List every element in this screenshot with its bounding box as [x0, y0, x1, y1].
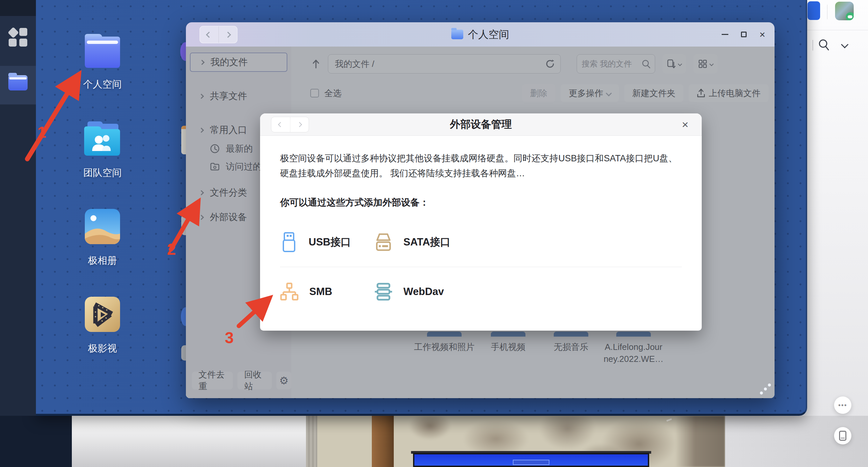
device-option-usb[interactable]: USB接口 [280, 232, 374, 252]
desktop-wallpaper-photo [0, 416, 868, 467]
device-option-smb[interactable]: SMB [280, 282, 374, 301]
desktop-icon-label: 团队空间 [66, 166, 139, 180]
photo-tv [413, 453, 649, 467]
chevron-left-icon [206, 32, 212, 38]
avatar[interactable] [835, 2, 854, 20]
device-label: SATA接口 [403, 235, 451, 249]
back-button[interactable] [200, 26, 218, 43]
forward-button[interactable] [290, 117, 309, 132]
window-title: 个人空间 [468, 28, 509, 41]
ellipsis-icon: ••• [838, 402, 847, 409]
search-icon[interactable] [818, 39, 830, 52]
device-option-webdav[interactable]: WebDav [374, 282, 468, 301]
phone-icon [839, 431, 846, 441]
dialog-description: 极空间设备可以通过多种协议把其他设备挂载成网络硬盘。同时还支持USB接口和SAT… [280, 151, 684, 181]
divider [805, 30, 868, 30]
desktop-icon-label: 极影视 [66, 342, 139, 355]
photo-grey-left [72, 416, 306, 467]
dialog-prompt: 你可以通过这些方式添加外部设备： [280, 196, 682, 209]
back-button[interactable] [271, 117, 290, 132]
window-titlebar[interactable]: 个人空间 × [186, 22, 775, 46]
sidebar-top [0, 0, 36, 16]
device-label: WebDav [403, 286, 444, 298]
desktop-icon-team-space[interactable]: 团队空间 [66, 119, 139, 180]
desktop-icon-label: 极相册 [66, 254, 139, 268]
left-sidebar [0, 0, 36, 416]
device-option-sata[interactable]: SATA接口 [374, 232, 468, 252]
forward-button[interactable] [218, 26, 238, 43]
close-button[interactable]: × [759, 30, 765, 39]
divider [280, 267, 682, 267]
screen: 个人空间 团队空间 [0, 0, 868, 467]
photo-tv-screen [414, 454, 648, 466]
device-options: USB接口 SATA接口 [280, 226, 682, 308]
background-blue-button[interactable] [807, 1, 820, 20]
webdav-icon [374, 282, 393, 301]
photo-room [306, 416, 725, 467]
window-title-folder-icon [451, 30, 463, 39]
chevron-down-icon[interactable] [841, 41, 849, 49]
wechat-badge-icon [846, 12, 854, 20]
sata-icon [374, 232, 393, 252]
photo-tv-dialog [513, 460, 549, 465]
photo-wood-pillar [372, 416, 394, 467]
desktop-icon-personal-space[interactable]: 个人空间 [66, 31, 139, 91]
photos-app-icon [82, 207, 123, 246]
window-resize-handle[interactable] [759, 383, 773, 396]
folder-icon [82, 31, 123, 70]
desktop-icon-label: 个人空间 [66, 78, 139, 91]
chevron-left-icon [278, 122, 283, 127]
more-options-fab[interactable]: ••• [834, 397, 851, 414]
window-nav-pill [199, 26, 238, 43]
dialog-nav-pill [271, 117, 309, 132]
usb-icon [280, 232, 298, 252]
chevron-right-icon [225, 32, 231, 38]
chevron-right-icon [297, 122, 302, 127]
mobile-device-fab[interactable] [834, 427, 851, 444]
device-label: USB接口 [309, 235, 351, 249]
background-window [805, 0, 868, 467]
maximize-button[interactable] [741, 32, 747, 37]
app-grid-icon[interactable] [9, 28, 27, 46]
movies-app-icon [82, 295, 123, 334]
photo-curtain [306, 416, 317, 467]
dialog-header: 外部设备管理 × [260, 114, 702, 136]
file-manager-icon[interactable] [8, 75, 28, 91]
external-device-dialog: 外部设备管理 × 极空间设备可以通过多种协议把其他设备挂载成网络硬盘。同时还支持… [260, 114, 702, 331]
photo-rock [675, 416, 725, 467]
minimize-button[interactable] [722, 34, 728, 35]
device-label: SMB [309, 286, 332, 298]
desktop-icon-movies[interactable]: 极影视 [66, 295, 139, 355]
divider [827, 5, 828, 19]
dialog-title: 外部设备管理 [450, 117, 512, 131]
team-folder-icon [82, 119, 123, 158]
photo-dark-edge [0, 416, 72, 467]
desktop-icon-photos[interactable]: 极相册 [66, 207, 139, 268]
smb-icon [280, 282, 299, 301]
dialog-close-button[interactable]: × [682, 118, 688, 131]
divider [812, 40, 813, 51]
